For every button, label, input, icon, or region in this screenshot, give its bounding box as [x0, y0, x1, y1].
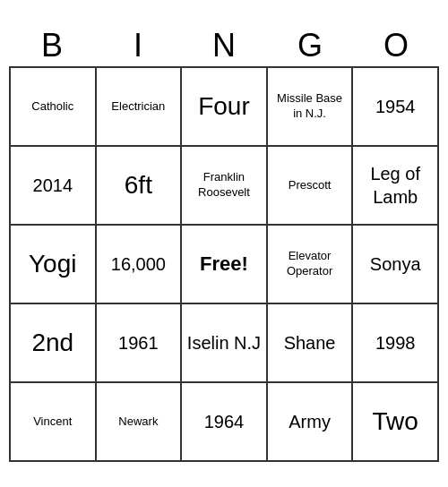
cell-r4-c2: 1964 — [181, 382, 267, 461]
header-letter-g: G — [267, 25, 353, 66]
cell-r3-c1: 1961 — [96, 303, 182, 382]
cell-r2-c0: Yogi — [10, 225, 96, 303]
cell-r4-c0: Vincent — [10, 382, 96, 461]
cell-r2-c3: Elevator Operator — [267, 225, 353, 303]
bingo-card: BINGO CatholicElectricianFourMissile Bas… — [9, 25, 439, 462]
cell-r3-c3: Shane — [267, 303, 353, 382]
cell-r0-c3: Missile Base in N.J. — [267, 67, 353, 146]
cell-r1-c0: 2014 — [10, 146, 96, 225]
bingo-header: BINGO — [9, 25, 439, 66]
cell-r0-c0: Catholic — [10, 67, 96, 146]
cell-r4-c3: Army — [267, 382, 353, 461]
cell-r2-c2: Free! — [181, 225, 267, 303]
cell-r4-c1: Newark — [96, 382, 182, 461]
cell-r3-c4: 1998 — [352, 303, 438, 382]
header-letter-i: I — [95, 25, 181, 66]
cell-r0-c2: Four — [181, 67, 267, 146]
cell-r1-c4: Leg of Lamb — [352, 146, 438, 225]
header-letter-b: B — [9, 25, 95, 66]
cell-r4-c4: Two — [352, 382, 438, 461]
header-letter-o: O — [353, 25, 439, 66]
cell-r0-c4: 1954 — [352, 67, 438, 146]
cell-r1-c2: Franklin Roosevelt — [181, 146, 267, 225]
cell-r2-c1: 16,000 — [96, 225, 182, 303]
bingo-grid: CatholicElectricianFourMissile Base in N… — [9, 66, 439, 462]
cell-r3-c2: Iselin N.J — [181, 303, 267, 382]
cell-r3-c0: 2nd — [10, 303, 96, 382]
cell-r1-c1: 6ft — [96, 146, 182, 225]
cell-r1-c3: Prescott — [267, 146, 353, 225]
cell-r2-c4: Sonya — [352, 225, 438, 303]
header-letter-n: N — [181, 25, 267, 66]
cell-r0-c1: Electrician — [96, 67, 182, 146]
